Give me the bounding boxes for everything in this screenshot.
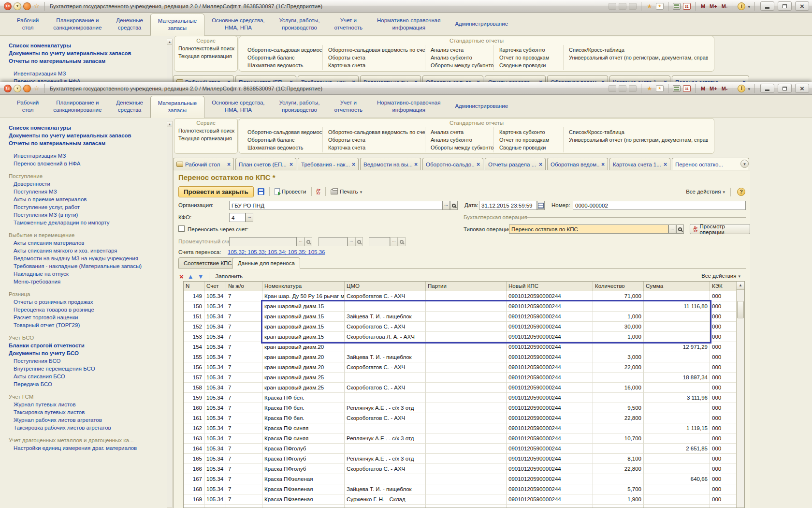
sidebar-item[interactable]: Внутренние перемещения БСО [14,366,165,372]
document-tab[interactable]: Ведомости на вы... × [360,158,421,170]
table-scrollbar[interactable]: ▲ [736,282,744,508]
document-tab[interactable]: Оборотно-сальдо... × [422,75,483,82]
sidebar-item[interactable]: Таможенные декларации по импорту [14,220,165,225]
dtkt-button[interactable]: ДтКт [315,187,322,196]
tab-close-icon[interactable]: × [290,79,293,83]
table-row[interactable]: 157 105.34 7 кран шаровый диам.25 090101… [184,373,737,383]
info-dropdown-icon[interactable] [748,3,750,9]
sidebar-item[interactable]: Акты списания мягкого и хоз. инвентаря [14,248,165,254]
sidebar-item[interactable]: Выбытие и перемещение [9,232,165,238]
transfer-via-checkbox[interactable] [178,225,185,232]
section-tab[interactable]: Денежные средства [109,95,150,118]
column-header[interactable]: Сумма [644,282,710,291]
report-item[interactable]: Шахматная ведомость [247,62,317,68]
sidebar-item[interactable]: Ведомости на выдачу МЗ на нужды учрежден… [14,255,165,261]
save-icon[interactable] [609,3,616,10]
column-header[interactable]: Счет [204,282,226,291]
close-button[interactable] [795,1,809,11]
sidebar-item[interactable]: Список номенклатуры [9,125,165,131]
scroll-up-icon[interactable]: ▲ [737,282,744,290]
sidebar-item[interactable]: Отчеты по материальным запасам [9,140,165,146]
sidebar-item[interactable]: Акты списания БСО [14,374,165,379]
table-row[interactable]: 163 105.34 7 Краска ПФ синяя Реплянчук А… [184,433,737,444]
m-minus-button[interactable]: M- [721,86,729,91]
tab-close-icon[interactable]: × [601,161,605,168]
table-row[interactable]: 170 105.34 7 Краска ПФ... 09010120590000… [184,505,737,508]
org-field[interactable]: ГБУ РО ПНД [229,201,442,210]
table-row[interactable]: 161 105.34 7 Краска ПФ бел. Скоробогатов… [184,413,737,423]
tab-close-icon[interactable]: × [742,79,746,83]
favorites-list-icon[interactable]: ★ [656,85,664,92]
sidebar-item[interactable]: Учет БСО [9,335,165,341]
report-item[interactable]: Оборотно-сальдовая ведомость [247,129,317,135]
table-row[interactable]: 155 105.34 7 кран шаровый диам.20 Зайцев… [184,352,737,362]
tab-close-icon[interactable]: × [477,79,480,83]
m-button[interactable]: M [700,3,706,9]
tab-close-icon[interactable]: × [227,79,231,83]
section-tab[interactable]: Рабочий стол [10,13,46,35]
intermediate-select-3[interactable] [390,237,398,246]
intermediate-field-2[interactable] [319,237,348,246]
add-favorite-icon[interactable]: ★ [646,3,653,10]
m-button[interactable]: M [700,86,706,91]
section-tab[interactable]: Учет и отчетность [327,95,370,118]
section-tab[interactable]: Материальные запасы [150,14,204,36]
tab-close-icon[interactable]: × [414,161,418,168]
tab-close-icon[interactable]: × [414,79,418,83]
table-row[interactable]: 164 105.34 7 Краска ПФголуб 090101205900… [184,444,737,454]
all-actions-button[interactable]: Все действия [686,189,725,194]
document-tab[interactable]: Перенос остатко... × [672,75,749,82]
table-row[interactable]: 165 105.34 7 Краска ПФголуб Реплянчук А.… [184,454,737,464]
section-tab[interactable]: Планирование и санкционирование [46,13,109,35]
kfo-select-button[interactable] [246,213,253,222]
move-up-icon[interactable]: ▲ [188,273,194,280]
report-item[interactable]: Обороты между субконто [431,62,488,68]
grid-all-actions-button[interactable]: Все действия [701,273,740,279]
typical-op-select-button[interactable] [668,224,676,234]
tab-close-icon[interactable]: × [227,161,231,168]
sidebar-scrollbar[interactable]: ▲ [167,121,173,508]
document-tab[interactable]: Ведомости на вы... × [360,75,421,82]
tab-close-icon[interactable]: × [664,79,667,83]
sidebar-item[interactable]: Переоценка товаров в рознице [14,307,165,313]
sidebar-item[interactable]: Поступления МЗ [14,189,165,194]
view-operation-button[interactable]: ДтКт Просмотр операции [690,224,750,234]
tab-close-icon[interactable]: × [352,161,355,168]
report-item[interactable]: Оборотно-сальдовая ведомость по счету [328,129,420,135]
scrollbar-thumb[interactable] [737,301,744,318]
date-picker-button[interactable] [537,201,545,210]
sidebar-item[interactable]: Акты списания материалов [14,240,165,246]
sidebar-item[interactable]: Настройки единиц измерения драг. материа… [14,445,165,451]
service-menu-icon[interactable] [23,2,31,10]
document-tab[interactable]: Требования - нак... × [298,158,359,170]
column-header[interactable]: Количество [593,282,644,291]
report-item[interactable]: Сводные проводки [499,145,558,150]
report-item[interactable]: Оборотно-сальдовая ведомость по счету [328,47,420,53]
sidebar-item[interactable]: Расчет торговой наценки [14,314,165,320]
report-item[interactable]: Список/Кросс-таблица [569,129,703,135]
sidebar-item[interactable]: Требования - накладные (Материальные зап… [14,263,165,269]
date-field[interactable]: 31.12.2015 23:59:59 [479,201,537,210]
report-item[interactable]: Карточка субконто [499,129,558,135]
calculator-icon[interactable] [673,3,681,10]
sidebar-item[interactable]: Меню-требования [14,279,165,284]
help-button[interactable]: ? [737,188,745,196]
table-row[interactable]: 158 105.34 7 кран шаровый диам.25 Скороб… [184,383,737,393]
close-button[interactable] [795,84,809,93]
section-tab[interactable]: Услуги, работы, производство [272,13,327,35]
column-header[interactable]: № ж/о [226,282,262,291]
save-button[interactable] [256,187,266,196]
sidebar-item[interactable]: Учет драгоценных металлов и драгоценных … [9,437,165,443]
tab-close-icon[interactable]: × [477,161,480,168]
report-item[interactable]: Анализ субконто [431,55,488,60]
report-item[interactable]: Оборотный баланс [247,137,317,143]
report-item[interactable]: Оборотный баланс [247,55,317,60]
document-tab[interactable]: Рабочий стол × [173,75,234,82]
column-header[interactable]: Новый КПС [507,282,593,291]
column-header[interactable]: ЦМО [345,282,426,291]
post-button[interactable]: Провести [273,187,308,196]
table-row[interactable]: 159 105.34 7 Краска ПФ бел. 090101205900… [184,393,737,403]
print-button[interactable]: Печать [329,188,363,195]
sidebar-item[interactable]: Список номенклатуры [9,43,165,48]
m-minus-button[interactable]: M- [721,3,729,9]
